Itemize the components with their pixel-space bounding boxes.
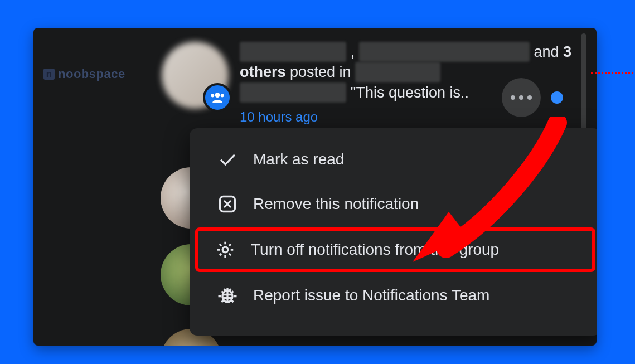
avatar-wrap xyxy=(162,42,229,109)
notification-context-menu: Mark as read Remove this notification Tu… xyxy=(190,128,597,336)
more-options-button[interactable] xyxy=(502,78,541,117)
menu-item-label: Mark as read xyxy=(253,151,344,168)
svg-point-1 xyxy=(222,247,228,253)
noobspace-logo-icon xyxy=(43,69,55,80)
gear-icon xyxy=(214,239,236,261)
redacted-group: ██████████ xyxy=(240,82,346,103)
group-badge-icon xyxy=(203,83,232,112)
menu-item-label: Turn off notifications from this group xyxy=(251,241,499,259)
redacted-name: ██████████ xyxy=(240,42,346,62)
menu-remove-notification[interactable]: Remove this notification xyxy=(197,183,593,225)
bug-icon xyxy=(216,284,239,307)
unread-indicator-icon xyxy=(551,91,563,104)
menu-mark-as-read[interactable]: Mark as read xyxy=(197,138,593,181)
menu-item-label: Report issue to Notifications Team xyxy=(253,287,489,304)
menu-report-issue[interactable]: Report issue to Notifications Team xyxy=(197,274,593,317)
watermark: noobspace xyxy=(43,67,125,81)
watermark-text: noobspace xyxy=(58,67,125,81)
redacted-group: ████████ xyxy=(355,62,440,82)
checkmark-icon xyxy=(216,148,239,171)
menu-turn-off-group-notifications[interactable]: Turn off notifications from this group xyxy=(195,227,595,272)
redacted-name: ████████████████ xyxy=(359,42,530,62)
ellipsis-icon xyxy=(511,95,532,100)
screenshot-card: noobspace ██████████ , ████████████████ … xyxy=(33,28,597,346)
x-box-icon xyxy=(216,193,239,215)
menu-item-label: Remove this notification xyxy=(253,195,419,213)
annotation-dotted-line xyxy=(591,72,635,74)
